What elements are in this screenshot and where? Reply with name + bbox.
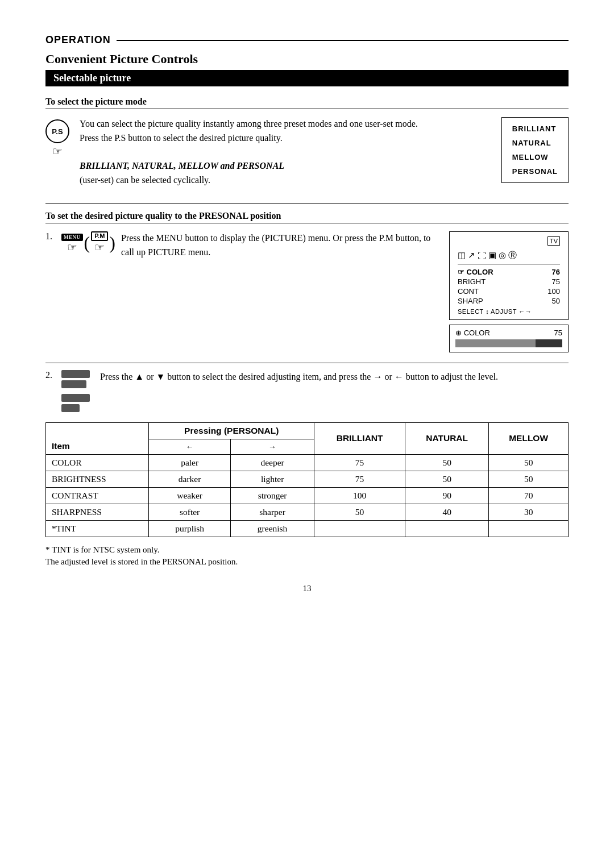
color-bar-fill bbox=[455, 339, 536, 347]
menu-icons-row: ◫ ↗ ⛶ ▣ ◎ Ⓡ bbox=[458, 250, 560, 261]
mode-natural: NATURAL bbox=[512, 138, 558, 148]
hand-icon-1: ☞ bbox=[67, 242, 77, 253]
color-natural: 50 bbox=[405, 454, 488, 471]
selectable-picture-content: P.S ☞ You can select the picture quality… bbox=[45, 117, 569, 193]
sharpness-natural: 40 bbox=[405, 504, 488, 520]
table-row: COLOR paler deeper 75 50 50 bbox=[46, 454, 569, 471]
icon-film: ⛶ bbox=[478, 251, 486, 260]
menu-sharp-row: SHARP 50 bbox=[458, 296, 560, 306]
table-body: COLOR paler deeper 75 50 50 BRIGHTNESS d… bbox=[46, 454, 569, 537]
hand-icon-2: ☞ bbox=[94, 242, 105, 253]
color-right: deeper bbox=[231, 454, 314, 471]
operation-header: OPERATION bbox=[45, 34, 569, 46]
menu-cont-row: CONT 100 bbox=[458, 286, 560, 296]
color-bar-label-row: ⊕ COLOR 75 bbox=[455, 329, 562, 337]
cont-value: 100 bbox=[547, 287, 560, 296]
icon-box: ▣ bbox=[488, 250, 496, 260]
footer-note1: * TINT is for NTSC system only. bbox=[45, 545, 569, 555]
color-value: 76 bbox=[552, 268, 560, 276]
footer-note2: The adjusted level is stored in the PERS… bbox=[45, 557, 569, 567]
color-brilliant: 75 bbox=[314, 454, 405, 471]
modes-suffix: (user-set) can be selected cyclically. bbox=[80, 173, 418, 188]
btn-bar-4 bbox=[61, 404, 80, 412]
th-item: Item bbox=[46, 422, 149, 454]
ps-circle: P.S bbox=[45, 119, 69, 143]
item-contrast: CONTRAST bbox=[46, 487, 149, 504]
table-row: BRIGHTNESS darker lighter 75 50 50 bbox=[46, 471, 569, 487]
step2-number: 2. bbox=[45, 370, 56, 380]
contrast-right: stronger bbox=[231, 487, 314, 504]
hand-icon: ☞ bbox=[52, 144, 63, 158]
step1-number: 1. bbox=[45, 231, 56, 242]
item-color: COLOR bbox=[46, 454, 149, 471]
cont-label: CONT bbox=[458, 287, 479, 296]
tv-menu-box: TV ◫ ↗ ⛶ ▣ ◎ Ⓡ ☞ COLOR 76 BRIGHT 75 CONT bbox=[449, 231, 569, 320]
color-bar-box: ⊕ COLOR 75 bbox=[449, 325, 569, 352]
section-divider bbox=[45, 203, 569, 204]
brightness-brilliant: 75 bbox=[314, 471, 405, 487]
operation-divider bbox=[117, 40, 569, 41]
tint-natural bbox=[405, 520, 488, 537]
btn-bar-2 bbox=[61, 380, 86, 388]
item-brightness: BRIGHTNESS bbox=[46, 471, 149, 487]
step1-row: 1. MENU ☞ ( P.M ☞ ) Press the MENU butto… bbox=[45, 231, 569, 352]
paren-left: ( bbox=[84, 234, 90, 252]
contrast-mellow: 70 bbox=[489, 487, 569, 504]
step1-icons: MENU ☞ ( P.M ☞ ) bbox=[61, 231, 115, 253]
menu-icon: MENU ☞ bbox=[61, 234, 83, 253]
item-sharpness: SHARPNESS bbox=[46, 504, 149, 520]
color-left: paler bbox=[149, 454, 231, 471]
operation-title: OPERATION bbox=[45, 34, 111, 46]
step1-text: Press the MENU button to display the (PI… bbox=[121, 231, 432, 260]
tint-right: greenish bbox=[231, 520, 314, 537]
brightness-mellow: 50 bbox=[489, 471, 569, 487]
mode-personal: PERSONAL bbox=[512, 166, 558, 177]
icon-arrow: ↗ bbox=[468, 250, 475, 260]
btn-bar-1 bbox=[61, 370, 90, 378]
th-right-arrow: → bbox=[231, 439, 314, 454]
step1-left: 1. MENU ☞ ( P.M ☞ ) Press the MENU butto… bbox=[45, 231, 432, 352]
page-number: 13 bbox=[45, 584, 569, 593]
sharp-label: SHARP bbox=[458, 297, 483, 305]
menu-label: MENU bbox=[61, 234, 83, 241]
th-brilliant: BRILLIANT bbox=[314, 422, 405, 454]
menu-bright-row: BRIGHT 75 bbox=[458, 277, 560, 286]
color-bar-track bbox=[455, 339, 562, 347]
table-row: *TINT purplish greenish bbox=[46, 520, 569, 537]
th-mellow: MELLOW bbox=[489, 422, 569, 454]
modes-label: BRILLIANT, NATURAL, MELLOW and PERSONAL bbox=[80, 161, 284, 171]
th-natural: NATURAL bbox=[405, 422, 488, 454]
mode-brilliant: BRILLIANT bbox=[512, 123, 558, 134]
mode-list-panel: BRILLIANT NATURAL MELLOW PERSONAL bbox=[449, 117, 569, 193]
bright-label: BRIGHT bbox=[458, 277, 486, 286]
sharpness-left: softer bbox=[149, 504, 231, 520]
description-block: You can select the picture quality insta… bbox=[80, 117, 418, 188]
pm-icon: P.M ☞ bbox=[91, 231, 108, 253]
table-header-row: Item Pressing (PERSONAL) BRILLIANT NATUR… bbox=[46, 422, 569, 439]
step1-right: TV ◫ ↗ ⛶ ▣ ◎ Ⓡ ☞ COLOR 76 BRIGHT 75 CONT bbox=[449, 231, 569, 352]
modes-text: BRILLIANT, NATURAL, MELLOW and PERSONAL bbox=[80, 159, 418, 173]
brightness-right: lighter bbox=[231, 471, 314, 487]
contrast-brilliant: 100 bbox=[314, 487, 405, 504]
paren-right: ) bbox=[109, 234, 115, 252]
settings-table: Item Pressing (PERSONAL) BRILLIANT NATUR… bbox=[45, 422, 569, 537]
brightness-left: darker bbox=[149, 471, 231, 487]
menu-color-row: ☞ COLOR 76 bbox=[458, 267, 560, 277]
tint-mellow bbox=[489, 520, 569, 537]
sharpness-right: sharper bbox=[231, 504, 314, 520]
section-title: Convenient Picture Controls bbox=[45, 52, 569, 67]
color-label: ☞ COLOR bbox=[458, 268, 493, 276]
sharpness-mellow: 30 bbox=[489, 504, 569, 520]
desc1: You can select the picture quality insta… bbox=[80, 117, 418, 131]
sharp-value: 50 bbox=[552, 297, 560, 305]
pm-label: P.M bbox=[91, 231, 108, 241]
content-left: P.S ☞ You can select the picture quality… bbox=[45, 117, 432, 193]
color-bar-icon: ⊕ COLOR bbox=[455, 329, 490, 337]
sharpness-brilliant: 50 bbox=[314, 504, 405, 520]
contrast-natural: 90 bbox=[405, 487, 488, 504]
tint-left: purplish bbox=[149, 520, 231, 537]
subsection2-header: To set the desired picture quality to th… bbox=[45, 211, 569, 223]
subsection-bar: Selectable picture bbox=[45, 70, 569, 86]
ps-button-icon: P.S ☞ bbox=[45, 119, 69, 158]
icon-circle: ◎ bbox=[499, 250, 506, 260]
